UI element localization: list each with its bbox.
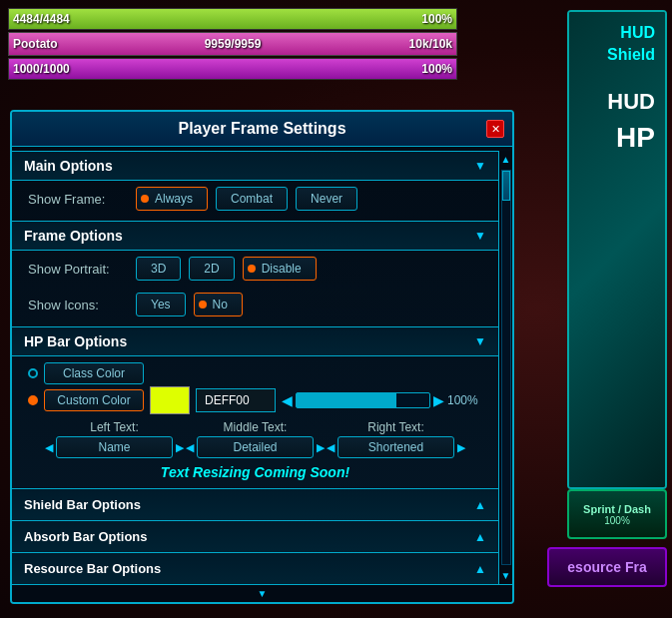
custom-color-button[interactable]: Custom Color [44,389,144,411]
hud-shield-label: HUDShield [607,22,655,67]
portrait-disable-button[interactable]: Disable [243,257,317,281]
coming-soon-text: Text Resizing Coming Soon! [28,458,482,484]
scroll-thumb[interactable] [502,171,510,201]
sprint-dash-panel: Sprint / Dash 100% [567,489,667,539]
resource-bar-header[interactable]: Resource Bar Options ▲ [12,552,498,584]
middle-text-prev-arrow[interactable]: ◀ [185,441,195,454]
color-swatch[interactable] [150,386,190,414]
show-icons-row: Show Icons: Yes No [12,287,498,322]
left-text-label: Left Text: [90,420,138,434]
bar2-left-text: Pootato [13,37,58,51]
main-options-header: Main Options ▼ [12,151,498,181]
right-text-col: Right Text: ◀ Shortened ▶ [326,420,466,458]
dialog-body: Main Options ▼ Show Frame: Always Combat… [12,151,498,584]
slider-pct: 100% [447,393,482,407]
bar3-left-text: 1000/1000 [13,62,70,76]
hp-options-header: HP Bar Options ▼ [12,326,498,356]
left-text-value[interactable]: Name [56,436,173,458]
settings-dialog: Player Frame Settings ✕ Main Options ▼ S… [10,110,514,604]
class-color-radio[interactable] [28,368,38,378]
absorb-bar-title: Absorb Bar Options [24,529,148,544]
custom-color-row: Custom Color ◀ ▶ 100% [28,386,482,414]
left-text-next-arrow[interactable]: ▶ [175,441,185,454]
shield-bar-expand-icon: ▲ [474,498,486,512]
opacity-slider-row: ◀ ▶ 100% [282,392,482,408]
icons-yes-button[interactable]: Yes [136,293,186,316]
right-text-prev-arrow[interactable]: ◀ [326,441,336,454]
health-bar-1: 4484/4484 100% [8,8,457,30]
left-text-select-row: ◀ Name ▶ [44,436,185,458]
class-color-button[interactable]: Class Color [44,362,144,384]
show-icons-label: Show Icons: [28,298,128,312]
frame-options-title: Frame Options [24,228,123,244]
portrait-2d-button[interactable]: 2D [189,257,234,281]
right-hud: HUDShield HUDHP Sprint / Dash 100% esour… [517,0,672,618]
main-options-arrow: ▼ [474,159,486,173]
frame-never-button[interactable]: Never [296,187,357,211]
absorb-bar-header[interactable]: Absorb Bar Options ▲ [12,520,498,552]
scrollbar[interactable]: ▲ ▼ [498,151,512,584]
dialog-bottom-arrow[interactable]: ▼ [12,584,512,602]
scroll-track [501,170,511,565]
health-bar-2: Pootato 9959/9959 10k/10k [8,32,457,56]
resource-bar-expand-icon: ▲ [474,562,486,576]
show-portrait-label: Show Portrait: [28,262,128,277]
bar2-center-text: 9959/9959 [205,37,262,51]
right-text-value[interactable]: Shortened [337,436,454,458]
show-frame-row: Show Frame: Always Combat Never [12,181,498,217]
health-bars-area: 4484/4484 100% Pootato 9959/9959 10k/10k… [8,8,457,82]
right-text-next-arrow[interactable]: ▶ [456,441,466,454]
frame-always-button[interactable]: Always [136,187,208,211]
scroll-down-arrow[interactable]: ▼ [498,567,514,584]
middle-text-value[interactable]: Detailed [197,436,314,458]
hp-options-content: Class Color Custom Color ◀ ▶ 100% [12,356,498,488]
main-options-title: Main Options [24,158,113,174]
scroll-up-arrow[interactable]: ▲ [498,151,514,168]
hp-options-arrow: ▼ [474,334,486,348]
middle-text-col: Middle Text: ◀ Detailed ▶ [185,420,326,458]
resource-panel: esource Fra [547,547,667,587]
slider-track[interactable] [296,392,430,408]
show-portrait-row: Show Portrait: 3D 2D Disable [12,251,498,287]
left-text-col: Left Text: ◀ Name ▶ [44,420,185,458]
class-color-row: Class Color [28,362,482,384]
hp-options-title: HP Bar Options [24,333,127,349]
hud-hp-label: HUDHP [607,87,655,157]
close-button[interactable]: ✕ [486,120,504,138]
show-frame-label: Show Frame: [28,192,128,207]
slider-right-arrow[interactable]: ▶ [433,392,444,408]
shield-bar-header[interactable]: Shield Bar Options ▲ [12,488,498,520]
frame-options-header: Frame Options ▼ [12,221,498,251]
shield-bar-title: Shield Bar Options [24,497,141,512]
absorb-bar-expand-icon: ▲ [474,530,486,544]
slider-left-arrow[interactable]: ◀ [282,392,293,408]
dialog-title-bar: Player Frame Settings ✕ [12,112,512,147]
middle-text-next-arrow[interactable]: ▶ [316,441,326,454]
health-bar-3: 1000/1000 100% [8,58,457,80]
resource-bar-title: Resource Bar Options [24,561,161,576]
icons-no-button[interactable]: No [194,293,243,316]
sprint-label: Sprint / Dash [583,503,651,515]
resource-label: esource Fra [567,559,646,575]
text-options-row: Left Text: ◀ Name ▶ Middle Text: ◀ Detai… [28,420,482,458]
portrait-3d-button[interactable]: 3D [136,257,181,281]
middle-text-select-row: ◀ Detailed ▶ [185,436,326,458]
frame-options-arrow: ▼ [474,229,486,243]
left-text-prev-arrow[interactable]: ◀ [44,441,54,454]
bar2-right-text: 10k/10k [409,37,452,51]
dialog-title: Player Frame Settings [178,120,345,138]
hud-teal-panel: HUDShield HUDHP [567,10,667,489]
frame-combat-button[interactable]: Combat [216,187,288,211]
bar3-right-text: 100% [421,62,452,76]
right-text-select-row: ◀ Shortened ▶ [326,436,466,458]
bar1-left-text: 4484/4484 [13,12,70,26]
hex-input[interactable] [196,388,276,412]
bar1-right-text: 100% [421,12,452,26]
custom-color-radio[interactable] [28,395,38,405]
right-text-label: Right Text: [367,420,423,434]
sprint-pct: 100% [604,515,630,526]
middle-text-label: Middle Text: [224,420,288,434]
